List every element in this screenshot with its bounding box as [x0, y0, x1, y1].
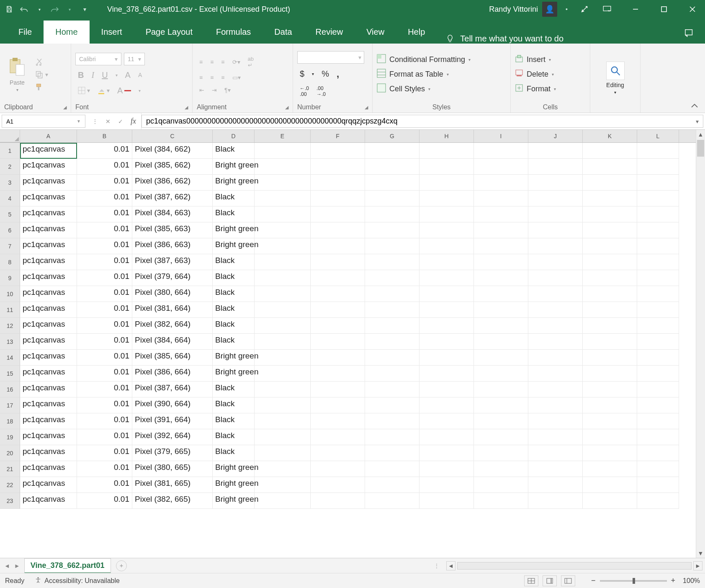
- cell[interactable]: [311, 143, 365, 159]
- cell[interactable]: Black: [213, 429, 255, 445]
- cell[interactable]: [637, 477, 679, 493]
- cell[interactable]: [474, 445, 528, 461]
- cell[interactable]: [365, 413, 419, 429]
- cell[interactable]: [255, 143, 311, 159]
- cell-styles-button[interactable]: Cell Styles ▾: [377, 83, 471, 95]
- sheet-next-icon[interactable]: ►: [14, 562, 20, 569]
- row-header[interactable]: 23: [0, 493, 20, 509]
- cell[interactable]: [419, 191, 474, 206]
- tab-formulas[interactable]: Formulas: [204, 21, 262, 44]
- cell[interactable]: [311, 222, 365, 238]
- cell[interactable]: [419, 350, 474, 366]
- cell[interactable]: Pixel (387, 663): [132, 254, 213, 270]
- scroll-left-icon[interactable]: ◄: [446, 561, 455, 570]
- cell[interactable]: 0.01: [77, 238, 132, 254]
- cell[interactable]: [528, 222, 583, 238]
- horizontal-scrollbar[interactable]: ⋮ ◄ ►: [434, 561, 705, 570]
- cell[interactable]: [637, 366, 679, 382]
- cell[interactable]: [255, 159, 311, 175]
- cell[interactable]: pc1qcanvas: [20, 366, 77, 382]
- close-button[interactable]: [683, 3, 702, 16]
- cell[interactable]: 0.01: [77, 350, 132, 366]
- cell[interactable]: [474, 238, 528, 254]
- cell[interactable]: [419, 493, 474, 509]
- chevron-down-icon[interactable]: ▾: [136, 85, 143, 96]
- cell[interactable]: pc1qcanvas: [20, 397, 77, 413]
- cell[interactable]: Pixel (381, 664): [132, 302, 213, 318]
- scroll-right-icon[interactable]: ►: [693, 561, 702, 570]
- row-header[interactable]: 4: [0, 191, 20, 206]
- font-name-input[interactable]: Calibri▾: [75, 53, 121, 65]
- cell[interactable]: [365, 382, 419, 397]
- cell[interactable]: 0.01: [77, 222, 132, 238]
- cell[interactable]: [419, 334, 474, 350]
- row-header[interactable]: 15: [0, 366, 20, 382]
- cell[interactable]: [637, 159, 679, 175]
- cell[interactable]: [528, 493, 583, 509]
- chevron-down-icon[interactable]: ▾: [113, 70, 120, 81]
- redo-dropdown-icon[interactable]: ▾: [64, 3, 75, 15]
- sheet-tab[interactable]: Vine_378_662.part01: [24, 558, 111, 573]
- cell[interactable]: [255, 477, 311, 493]
- cell[interactable]: [583, 350, 637, 366]
- cell[interactable]: [637, 413, 679, 429]
- cell[interactable]: 0.01: [77, 493, 132, 509]
- cell[interactable]: 0.01: [77, 318, 132, 334]
- cell[interactable]: pc1qcanvas: [20, 493, 77, 509]
- cell[interactable]: Pixel (387, 662): [132, 191, 213, 206]
- page-break-view-icon[interactable]: [561, 575, 575, 586]
- cell[interactable]: Pixel (379, 665): [132, 445, 213, 461]
- row-header[interactable]: 20: [0, 445, 20, 461]
- formula-input[interactable]: pc1qcanvas000000000000000000000000000000…: [142, 115, 703, 128]
- cell[interactable]: [255, 254, 311, 270]
- cell[interactable]: Pixel (380, 665): [132, 461, 213, 477]
- cell[interactable]: 0.01: [77, 382, 132, 397]
- cell[interactable]: [528, 286, 583, 302]
- row-header[interactable]: 12: [0, 318, 20, 334]
- italic-button[interactable]: I: [89, 70, 97, 81]
- cell[interactable]: [365, 318, 419, 334]
- cell[interactable]: [474, 350, 528, 366]
- hscroll-track[interactable]: [457, 562, 692, 570]
- cell[interactable]: [528, 318, 583, 334]
- cell[interactable]: pc1qcanvas: [20, 302, 77, 318]
- cell[interactable]: [365, 159, 419, 175]
- scroll-thumb[interactable]: [697, 140, 704, 157]
- copy-icon[interactable]: ▾: [33, 70, 51, 80]
- cell[interactable]: [583, 191, 637, 206]
- cell[interactable]: [637, 286, 679, 302]
- cell[interactable]: pc1qcanvas: [20, 159, 77, 175]
- cell[interactable]: [255, 175, 311, 191]
- cell[interactable]: Black: [213, 334, 255, 350]
- row-header[interactable]: 16: [0, 382, 20, 397]
- cell[interactable]: [255, 318, 311, 334]
- cell[interactable]: [583, 461, 637, 477]
- cell[interactable]: [528, 461, 583, 477]
- cell[interactable]: Pixel (391, 664): [132, 413, 213, 429]
- cell[interactable]: [311, 413, 365, 429]
- cell[interactable]: pc1qcanvas: [20, 270, 77, 286]
- chevron-down-icon[interactable]: ▾: [309, 68, 316, 80]
- cell[interactable]: [255, 238, 311, 254]
- row-header[interactable]: 17: [0, 397, 20, 413]
- cell[interactable]: [583, 429, 637, 445]
- fill-color-icon[interactable]: ▾: [95, 85, 112, 96]
- cell[interactable]: pc1qcanvas: [20, 254, 77, 270]
- decrease-decimal-icon[interactable]: .00→.0: [314, 85, 328, 98]
- cell[interactable]: [474, 222, 528, 238]
- expand-formula-icon[interactable]: ▾: [696, 118, 699, 125]
- cell[interactable]: Pixel (387, 664): [132, 382, 213, 397]
- cell[interactable]: [255, 350, 311, 366]
- cell[interactable]: [419, 206, 474, 222]
- collapse-ribbon-icon[interactable]: [684, 99, 705, 113]
- accessibility-status[interactable]: Accessibility: Unavailable: [34, 576, 120, 585]
- cell[interactable]: Pixel (380, 664): [132, 286, 213, 302]
- cell[interactable]: [474, 143, 528, 159]
- cell[interactable]: pc1qcanvas: [20, 445, 77, 461]
- number-format-dropdown[interactable]: ▾: [297, 51, 364, 64]
- cell[interactable]: [255, 222, 311, 238]
- cell[interactable]: 0.01: [77, 397, 132, 413]
- cell[interactable]: [419, 477, 474, 493]
- cell[interactable]: [637, 222, 679, 238]
- cell[interactable]: [528, 270, 583, 286]
